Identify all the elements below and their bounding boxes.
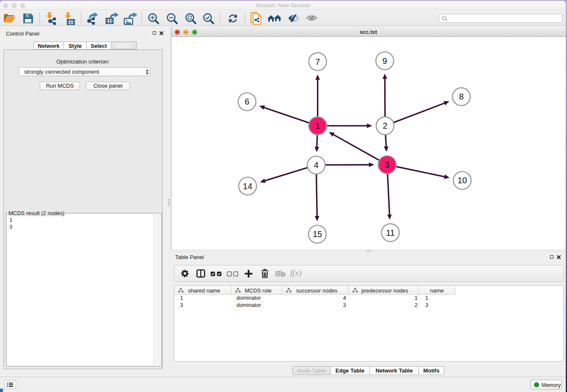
svg-text:11: 11 (386, 228, 395, 237)
svg-text:9: 9 (383, 56, 387, 66)
svg-text:8: 8 (459, 92, 464, 101)
svg-text:3: 3 (385, 160, 389, 169)
svg-text:6: 6 (245, 97, 249, 106)
svg-text:4: 4 (314, 160, 319, 170)
svg-text:1: 1 (315, 121, 320, 130)
svg-text:14: 14 (243, 182, 252, 191)
svg-text:2: 2 (383, 121, 387, 130)
svg-text:7: 7 (315, 57, 320, 66)
svg-text:15: 15 (313, 229, 322, 239)
svg-text:10: 10 (457, 176, 467, 185)
